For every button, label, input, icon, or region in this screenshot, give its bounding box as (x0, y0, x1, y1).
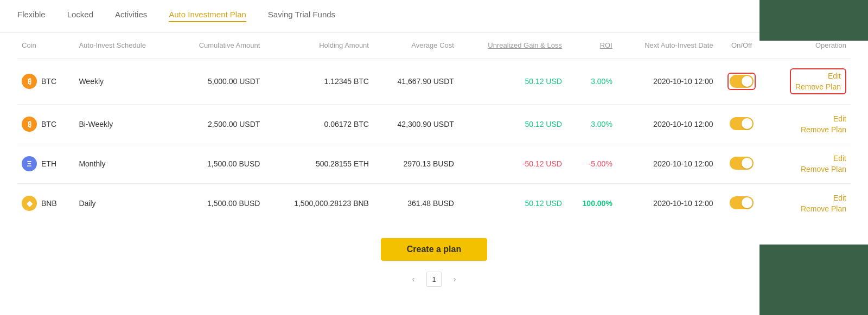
col-roi: ROI (566, 33, 617, 59)
coin-label: BTC (41, 77, 56, 86)
average-cost-cell: 2970.13 BUSD (373, 144, 458, 184)
coin-cell: ₿ BTC (17, 105, 74, 144)
remove-plan-button[interactable]: Remove Plan (801, 204, 846, 213)
edit-button[interactable]: Edit (833, 194, 846, 202)
schedule-cell: Bi-Weekly (74, 105, 173, 144)
operation-cell: Edit Remove Plan (765, 59, 851, 105)
remove-plan-button[interactable]: Remove Plan (801, 165, 846, 173)
schedule-cell: Daily (74, 184, 173, 223)
col-cumulative: Cumulative Amount (173, 33, 264, 59)
holding-cell: 0.06172 BTC (264, 105, 373, 144)
edit-button[interactable]: Edit (833, 154, 846, 163)
investment-table-container: Coin Auto-Invest Schedule Cumulative Amo… (0, 33, 868, 223)
coin-label: ETH (41, 159, 56, 168)
corner-decoration-bottom (760, 245, 868, 315)
operation-buttons: Edit Remove Plan (770, 194, 846, 213)
eth-icon: Ξ (22, 156, 37, 171)
col-on-off: On/Off (718, 33, 766, 59)
btc-icon: ₿ (22, 117, 37, 132)
unrealized-cell: 50.12 USD (458, 105, 566, 144)
next-date-cell: 2020-10-10 12:00 (617, 59, 718, 105)
col-unrealized: Unrealized Gain & Loss (458, 33, 566, 59)
holding-cell: 1,500,000.28123 BNB (264, 184, 373, 223)
create-plan-button[interactable]: Create a plan (381, 238, 487, 261)
holding-cell: 1.12345 BTC (264, 59, 373, 105)
cumulative-cell: 5,000.00 USDT (173, 59, 264, 105)
table-row: ₿ BTC Weekly5,000.00 USDT1.12345 BTC41,6… (17, 59, 851, 105)
tab-activities[interactable]: Activities (115, 10, 147, 22)
operation-cell: Edit Remove Plan (765, 184, 851, 223)
toggle-highlight-box (727, 73, 756, 90)
operation-buttons: Edit Remove Plan (770, 154, 846, 173)
page-wrapper: Flexible Locked Activities Auto Investme… (0, 0, 868, 315)
remove-plan-button[interactable]: Remove Plan (795, 82, 841, 91)
toggle-cell (718, 144, 766, 184)
coin-label: BNB (41, 199, 57, 208)
toggle-switch[interactable] (730, 157, 754, 170)
cumulative-cell: 2,500.00 USDT (173, 105, 264, 144)
tab-locked[interactable]: Locked (67, 10, 93, 22)
pagination: ‹ 1 › (0, 272, 868, 300)
coin-cell: ◆ BNB (17, 184, 74, 223)
tab-flexible[interactable]: Flexible (17, 10, 46, 22)
col-holding: Holding Amount (264, 33, 373, 59)
next-date-cell: 2020-10-10 12:00 (617, 144, 718, 184)
coin-label: BTC (41, 120, 56, 128)
remove-plan-button[interactable]: Remove Plan (801, 125, 846, 134)
corner-decoration-top (760, 0, 868, 41)
toggle-switch[interactable] (730, 196, 754, 209)
pagination-next[interactable]: › (448, 273, 461, 286)
tab-saving-trial-funds[interactable]: Saving Trial Funds (268, 10, 335, 22)
toggle-switch[interactable] (730, 117, 754, 130)
unrealized-cell: 50.12 USD (458, 184, 566, 223)
roi-cell: 3.00% (566, 59, 617, 105)
coin-cell: ₿ BTC (17, 59, 74, 105)
unrealized-cell: -50.12 USD (458, 144, 566, 184)
col-average-cost: Average Cost (373, 33, 458, 59)
average-cost-cell: 361.48 BUSD (373, 184, 458, 223)
roi-cell: 3.00% (566, 105, 617, 144)
btc-icon: ₿ (22, 74, 37, 89)
table-row: ◆ BNB Daily1,500.00 BUSD1,500,000.28123 … (17, 184, 851, 223)
average-cost-cell: 42,300.90 USDT (373, 105, 458, 144)
edit-button[interactable]: Edit (833, 114, 846, 123)
toggle-switch[interactable] (730, 75, 754, 88)
operation-cell: Edit Remove Plan (765, 105, 851, 144)
toggle-cell (718, 59, 766, 105)
schedule-cell: Monthly (74, 144, 173, 184)
schedule-cell: Weekly (74, 59, 173, 105)
pagination-prev[interactable]: ‹ (407, 273, 420, 286)
coin-cell: Ξ ETH (17, 144, 74, 184)
operation-buttons: Edit Remove Plan (770, 114, 846, 134)
unrealized-cell: 50.12 USD (458, 59, 566, 105)
cumulative-cell: 1,500.00 BUSD (173, 184, 264, 223)
next-date-cell: 2020-10-10 12:00 (617, 184, 718, 223)
holding-cell: 500.28155 ETH (264, 144, 373, 184)
toggle-cell (718, 105, 766, 144)
col-next-date: Next Auto-Invest Date (617, 33, 718, 59)
tab-nav: Flexible Locked Activities Auto Investme… (0, 0, 868, 33)
toggle-cell (718, 184, 766, 223)
col-coin: Coin (17, 33, 74, 59)
cumulative-cell: 1,500.00 BUSD (173, 144, 264, 184)
tab-auto-investment-plan[interactable]: Auto Investment Plan (169, 10, 246, 22)
operation-highlight-box: Edit Remove Plan (790, 68, 846, 94)
table-row: Ξ ETH Monthly1,500.00 BUSD500.28155 ETH2… (17, 144, 851, 184)
roi-cell: 100.00% (566, 184, 617, 223)
next-date-cell: 2020-10-10 12:00 (617, 105, 718, 144)
investment-table: Coin Auto-Invest Schedule Cumulative Amo… (17, 33, 851, 223)
average-cost-cell: 41,667.90 USDT (373, 59, 458, 105)
operation-cell: Edit Remove Plan (765, 144, 851, 184)
bnb-icon: ◆ (22, 196, 37, 211)
table-row: ₿ BTC Bi-Weekly2,500.00 USDT0.06172 BTC4… (17, 105, 851, 144)
edit-button[interactable]: Edit (828, 72, 841, 80)
roi-cell: -5.00% (566, 144, 617, 184)
pagination-page-1[interactable]: 1 (426, 272, 442, 287)
create-plan-section: Create a plan (0, 223, 868, 272)
col-schedule: Auto-Invest Schedule (74, 33, 173, 59)
